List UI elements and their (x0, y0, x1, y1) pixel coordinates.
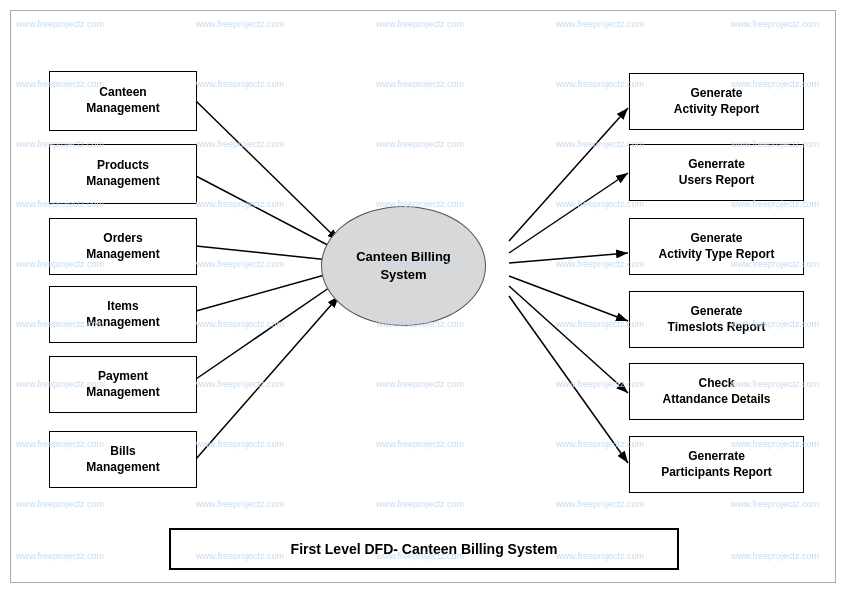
items-management-node: ItemsManagement (49, 286, 197, 343)
svg-line-12 (509, 296, 628, 463)
svg-line-4 (196, 271, 339, 311)
svg-line-3 (196, 246, 339, 261)
orders-management-node: OrdersManagement (49, 218, 197, 275)
attendance-details-node: CheckAttandance Details (629, 363, 804, 420)
svg-line-2 (196, 176, 339, 251)
svg-line-5 (196, 281, 339, 379)
activity-type-report-node: GenerateActivity Type Report (629, 218, 804, 275)
svg-line-7 (509, 108, 628, 241)
bills-management-node: BillsManagement (49, 431, 197, 488)
svg-line-1 (196, 101, 339, 241)
diagram-container: www.freeprojectz.com www.freeprojectz.co… (10, 10, 836, 583)
activity-report-node: GenerateActivity Report (629, 73, 804, 130)
diagram-caption: First Level DFD- Canteen Billing System (169, 528, 679, 570)
svg-line-6 (196, 296, 339, 459)
timeslots-report-node: GenerateTimeslots Report (629, 291, 804, 348)
center-circle: Canteen BillingSystem (321, 206, 486, 326)
svg-line-10 (509, 276, 628, 321)
products-management-node: ProductsManagement (49, 144, 197, 204)
svg-line-8 (509, 173, 628, 253)
svg-line-11 (509, 286, 628, 393)
users-report-node: GenerrateUsers Report (629, 144, 804, 201)
canteen-management-node: CanteenManagement (49, 71, 197, 131)
participants-report-node: GenerrateParticipants Report (629, 436, 804, 493)
payment-management-node: PaymentManagement (49, 356, 197, 413)
svg-line-9 (509, 253, 628, 263)
